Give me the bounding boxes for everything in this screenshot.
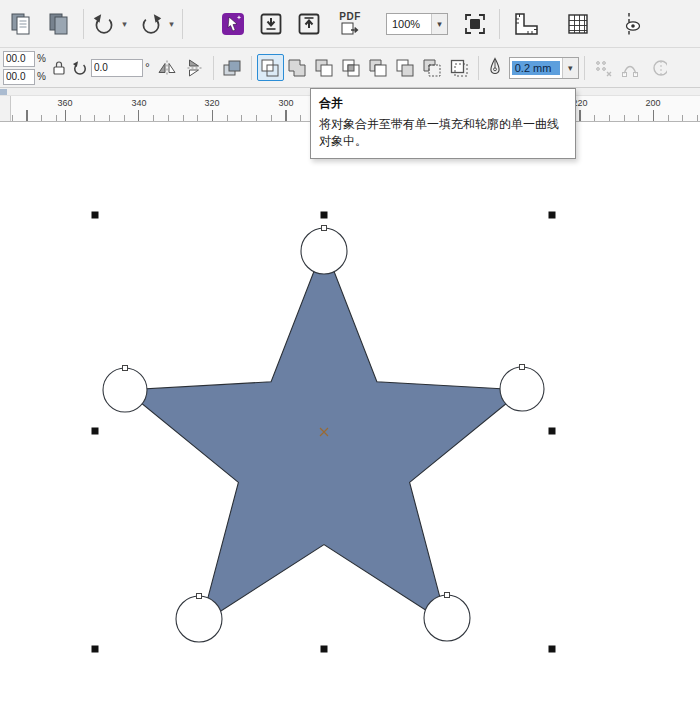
rotation-angle-input[interactable] [91,59,143,77]
weld-icon [286,57,308,79]
degree-symbol: ° [145,61,150,75]
clipped-tool-icon [647,58,667,78]
handle-top-right[interactable] [549,212,556,219]
export-icon [296,11,322,37]
drawing-canvas[interactable] [0,122,700,707]
pick-tool-button[interactable] [214,4,252,44]
object-order-button[interactable] [219,54,246,81]
lock-ratio-button[interactable] [49,54,69,81]
handle-mid-left[interactable] [92,428,99,435]
scale-x-input[interactable] [3,51,35,67]
zoom-combobox[interactable]: 100% ▾ [386,13,448,35]
ruler-icon [512,11,540,37]
front-minus-back-icon [394,57,416,79]
guidelines-toggle-button[interactable] [611,4,649,44]
import-icon [258,11,284,37]
back-minus-front-button[interactable] [419,54,446,81]
handle-bottom-center[interactable] [321,646,328,653]
mirror-horizontal-icon [156,59,178,77]
outline-width-dropdown-arrow[interactable]: ▾ [562,58,578,78]
paste-button[interactable] [2,4,40,44]
outline-pen-icon [485,56,505,79]
zoom-value: 100% [387,18,431,30]
disabled-weld-nodes-button [617,54,644,81]
tip-circle-top[interactable] [301,228,347,274]
scale-fields: % % [3,51,46,85]
boundary-icon [448,57,470,79]
front-minus-back-button[interactable] [392,54,419,81]
combine-button[interactable] [257,54,284,81]
handle-mid-right[interactable] [549,428,556,435]
tooltip-description: 将对象合并至带有单一填充和轮廓的单一曲线对象中。 [319,116,567,150]
close-path-icon [620,58,640,78]
outline-width-value: 0.2 mm [512,61,560,75]
scale-x-unit: % [37,53,46,64]
handle-bottom-left[interactable] [92,646,99,653]
combine-tooltip: 合并 将对象合并至带有单一填充和轮廓的单一曲线对象中。 [310,88,576,159]
simplify-icon [367,57,389,79]
standard-toolbar: ▾ ▾ [0,0,700,48]
mirror-vertical-button[interactable] [181,54,208,81]
toolbar-separator [182,9,183,39]
pdf-icon: PDF [339,12,361,35]
export-button[interactable] [290,4,328,44]
undo-dropdown-arrow[interactable]: ▾ [119,19,130,29]
outline-pen-button[interactable] [484,54,506,81]
tip-circle-right[interactable] [500,367,544,411]
tip-circle-bottom-right[interactable] [424,595,470,641]
full-screen-preview-button[interactable] [456,4,494,44]
propbar-separator [478,56,479,80]
ruler-label: 200 [645,98,660,108]
redo-dropdown-arrow[interactable]: ▾ [166,19,177,29]
redo-button[interactable] [136,4,166,44]
zoom-dropdown-arrow[interactable]: ▾ [431,14,447,34]
publish-pdf-button[interactable]: PDF [328,4,372,44]
grid-icon [565,11,591,37]
coreldraw-window: ▾ ▾ [0,0,700,707]
full-screen-preview-icon [462,11,488,37]
scale-y-unit: % [37,71,46,82]
boundary-button[interactable] [446,54,473,81]
rotation-tool [69,54,91,81]
lock-icon [52,59,66,76]
ruler-label: 360 [57,98,72,108]
combine-icon [259,57,281,79]
back-minus-front-icon [421,57,443,79]
scale-y-input[interactable] [3,69,35,85]
propbar-separator [251,56,252,80]
ruler-label: 300 [278,98,293,108]
import-button[interactable] [252,4,290,44]
handle-bottom-right[interactable] [549,646,556,653]
align-distribute-icon [593,58,613,78]
disabled-align-button [590,54,617,81]
paste-icon [8,11,34,37]
mirror-vertical-icon [183,59,205,77]
undo-icon [91,11,117,37]
property-bar: % % ° [0,48,700,88]
propbar-separator [584,56,585,80]
ruler-label: 340 [131,98,146,108]
mirror-horizontal-button[interactable] [154,54,181,81]
tip-circle-left[interactable] [103,368,147,412]
star-shape[interactable] [125,246,523,624]
trim-icon [313,57,335,79]
pdf-label: PDF [339,12,361,22]
toolbar-separator [499,9,500,39]
outline-width-combobox[interactable]: 0.2 mm ▾ [509,57,579,79]
propbar-separator [213,56,214,80]
copy-button[interactable] [40,4,78,44]
simplify-button[interactable] [365,54,392,81]
undo-button[interactable] [89,4,119,44]
disabled-edge-button [644,54,671,81]
rotation-icon [71,59,89,77]
intersect-button[interactable] [338,54,365,81]
weld-button[interactable] [284,54,311,81]
intersect-icon [340,57,362,79]
tip-circle-bottom-left[interactable] [176,596,222,642]
handle-top-left[interactable] [92,212,99,219]
handle-top-center[interactable] [321,212,328,219]
copy-icon [46,11,72,37]
trim-button[interactable] [311,54,338,81]
grid-toggle-button[interactable] [559,4,597,44]
rulers-toggle-button[interactable] [507,4,545,44]
